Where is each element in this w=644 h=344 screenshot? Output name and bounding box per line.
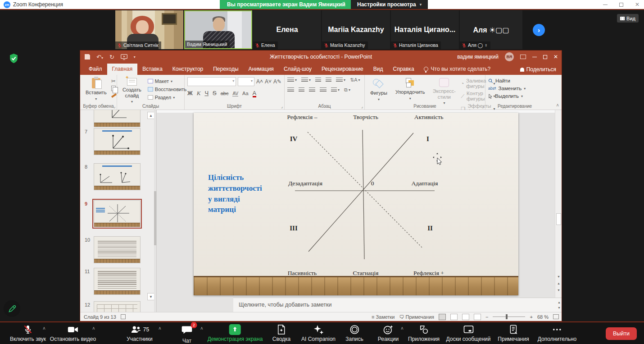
reactions-options-chevron[interactable]: ˄ [401, 326, 404, 331]
reset-button[interactable]: Восстановить [148, 87, 186, 92]
reading-view-button[interactable] [462, 314, 469, 320]
tab-animations[interactable]: Анимация [244, 64, 279, 75]
zoom-level[interactable]: 68 % [537, 314, 549, 320]
tab-home[interactable]: Главная [107, 64, 138, 75]
notes-button[interactable]: Примечания [498, 324, 529, 342]
slide-canvas[interactable]: Рефлексія – Творчість Активність IV I Де… [194, 113, 518, 295]
increase-indent-button[interactable] [326, 78, 331, 83]
chat-button[interactable]: 2 Чат [181, 324, 193, 344]
name-tile-nataliia[interactable]: Наталія Цигано... Наталія Циганова [391, 10, 459, 49]
italic-button[interactable]: К [197, 90, 201, 97]
align-right-button[interactable] [309, 87, 315, 92]
previous-slide-button[interactable]: ▲ [555, 282, 562, 285]
apps-button[interactable]: Приложения [408, 324, 440, 342]
cut-button[interactable]: ✂ [111, 78, 117, 84]
columns-button[interactable]: ▾ [331, 87, 340, 92]
mute-options-chevron[interactable]: ˄ [43, 326, 45, 331]
leave-meeting-button[interactable]: Выйти [606, 327, 637, 340]
decrease-font-button[interactable]: A˅ [265, 78, 272, 85]
replace-button[interactable]: ab⇄ Заменить ▾ [488, 86, 541, 91]
font-name-combo[interactable] [187, 77, 236, 86]
zoom-slider[interactable] [493, 316, 525, 317]
name-tile-elena[interactable]: Елена Елена [253, 10, 321, 49]
line-spacing-button[interactable]: ▾ [336, 78, 345, 83]
strikethrough-button[interactable]: S [213, 90, 217, 96]
thumbnail-slide-6[interactable] [94, 110, 141, 127]
ppt-restore-button[interactable] [543, 55, 547, 59]
more-button[interactable]: Дополнительно [538, 324, 576, 342]
video-tile-svitlana[interactable]: Світлана Ситнік [115, 10, 183, 49]
underline-button[interactable]: Ч [204, 90, 209, 96]
numbering-button[interactable]: ▾ [301, 78, 311, 83]
annotation-pencil-button[interactable] [4, 300, 20, 317]
slide-sorter-view-button[interactable] [450, 314, 458, 320]
clear-formatting-button[interactable]: A✎ [273, 78, 281, 85]
name-tile-alia[interactable]: Аля ☀▢▢ Аля ◯ ♀ [460, 10, 522, 49]
scrollbar-thumb[interactable] [556, 213, 561, 225]
zoom-in-button[interactable]: + [530, 314, 532, 320]
video-tile-vadym-active[interactable]: Вадим Ямницький [184, 10, 252, 49]
select-button[interactable]: Выделить ▾ [488, 93, 541, 99]
thumbnails-scrollbar[interactable] [154, 110, 156, 312]
stop-video-button[interactable]: Остановить видео [50, 324, 96, 342]
justify-button[interactable] [320, 87, 327, 92]
close-button[interactable]: ✕ [635, 1, 639, 8]
character-spacing-button[interactable]: AV [232, 91, 238, 96]
record-button[interactable]: Запись [345, 324, 363, 342]
comments-toggle-button[interactable]: 🗨 Примечания [399, 314, 434, 320]
security-shield-icon[interactable] [8, 53, 19, 64]
share-button[interactable]: Поделиться [520, 66, 556, 73]
dialog-launcher-icon[interactable]: ⌟ [281, 104, 283, 109]
font-color-button[interactable]: А [253, 91, 257, 97]
tab-file[interactable]: Файл [84, 64, 107, 75]
gallery-view-button[interactable]: Вид [617, 14, 639, 23]
font-size-combo[interactable] [238, 77, 254, 86]
paste-button[interactable]: Вставить ▾ [83, 77, 109, 102]
dialog-launcher-icon[interactable]: ⌟ [113, 104, 115, 109]
minimize-button[interactable] [603, 5, 608, 5]
notes-toggle-button[interactable]: ≡ Заметки [372, 314, 395, 320]
copy-button[interactable] [111, 86, 116, 91]
video-options-chevron[interactable]: ˄ [92, 326, 95, 331]
text-direction-button[interactable]: ⇅A▾ [350, 77, 360, 83]
fit-to-window-button[interactable] [553, 314, 559, 319]
align-center-button[interactable] [299, 87, 304, 92]
notes-scroll-down[interactable]: ▼ [558, 306, 561, 309]
maximize-button[interactable] [619, 3, 623, 7]
ppt-minimize-button[interactable] [532, 57, 537, 57]
thumbnails-scroll-down-button[interactable]: ▼ [147, 293, 154, 300]
tab-help[interactable]: Справка [388, 64, 419, 75]
participants-options-chevron[interactable]: ˄ [159, 326, 161, 331]
thumbnail-slide-10[interactable]: 10 [94, 236, 141, 263]
ppt-close-button[interactable]: ✕ [553, 54, 558, 60]
slideshow-view-button[interactable] [474, 314, 481, 320]
collapse-ribbon-button[interactable]: ˄ [556, 103, 559, 108]
thumbnails-scroll-up-button[interactable]: ▲ [147, 112, 154, 119]
layout-button[interactable]: Макет▾ [148, 78, 186, 84]
ai-companion-button[interactable]: AI Companion [301, 324, 336, 342]
bullets-button[interactable]: ▾ [287, 78, 297, 83]
mute-button[interactable]: Включить звук [10, 324, 46, 342]
thumbnail-slide-9-selected[interactable]: 9 [94, 200, 141, 227]
thumbnail-slide-7[interactable]: 7 [94, 128, 141, 155]
dialog-launcher-icon[interactable]: ⌟ [482, 104, 484, 109]
share-screen-button[interactable]: Демонстрация экрана [208, 324, 263, 342]
align-left-button[interactable] [287, 87, 294, 92]
summary-button[interactable]: Сводка [272, 324, 291, 342]
name-tile-mariia[interactable]: Mariia Kazanzhy Mariia Kazanzhy [322, 10, 390, 49]
ribbon-display-options-button[interactable] [520, 55, 526, 59]
text-shadow-button[interactable]: abc [221, 91, 229, 96]
format-painter-button[interactable] [111, 93, 117, 98]
account-avatar[interactable]: ВЯ [505, 52, 514, 61]
notes-pane[interactable]: Щелкните, чтобы добавить заметки ▲ ▼ [233, 298, 562, 312]
tab-review[interactable]: Рецензирование [317, 64, 368, 75]
tab-design[interactable]: Конструктор [168, 64, 208, 75]
increase-font-button[interactable]: A˄ [256, 78, 263, 85]
vertical-scrollbar[interactable]: ▼ ▲ ▼ [555, 110, 562, 298]
notes-scroll-up[interactable]: ▲ [558, 301, 561, 304]
tab-insert[interactable]: Вставка [137, 64, 168, 75]
tell-me-search[interactable]: Что вы хотите сделать? [424, 66, 491, 75]
chat-options-chevron[interactable]: ˄ [200, 326, 203, 331]
dialog-launcher-icon[interactable]: ⌟ [361, 104, 363, 109]
section-button[interactable]: Раздел▾ [148, 95, 186, 100]
